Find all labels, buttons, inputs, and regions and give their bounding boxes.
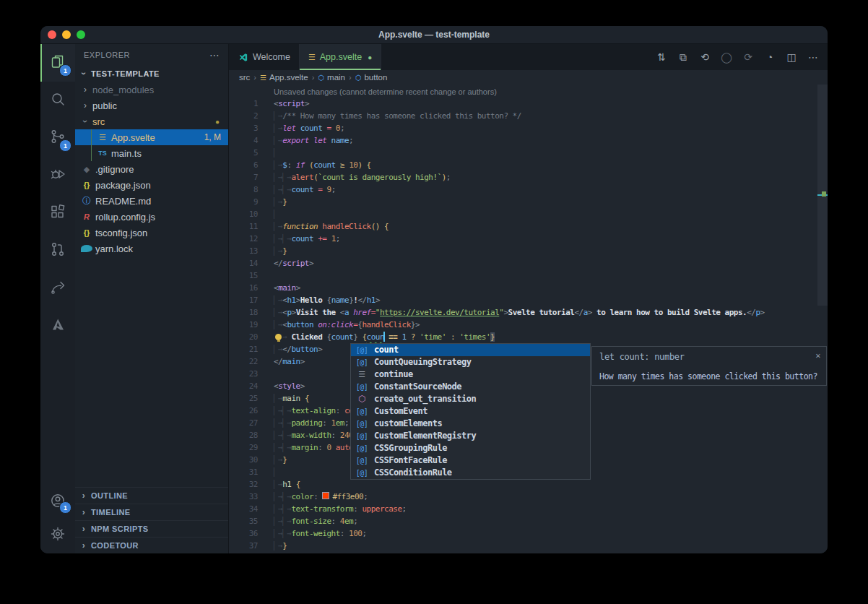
- code-line-36[interactable]: 36▏→▏→font-weight: 100;: [229, 527, 828, 540]
- gitlens-compare-icon[interactable]: ⇅: [653, 48, 670, 66]
- more-actions-icon[interactable]: ⋯: [209, 49, 220, 61]
- code-line-5[interactable]: 5▏: [229, 147, 828, 159]
- current-change-icon[interactable]: ◯: [718, 48, 735, 66]
- suggest-item-create_out_transition[interactable]: ⬡create_out_transition: [351, 393, 590, 405]
- code-line-33[interactable]: 33▏→▏→color: #ff3e00;: [229, 491, 828, 503]
- tab-dirty-indicator[interactable]: ●: [368, 53, 372, 61]
- tab-app-svelte[interactable]: ☰App.svelte●: [300, 44, 381, 70]
- file-item-tsconfig.json[interactable]: {}tsconfig.json: [75, 225, 228, 241]
- activity-item-azure[interactable]: [40, 307, 75, 345]
- code-line-6[interactable]: 6▏→$: if (count ≥ 10) {: [229, 159, 828, 171]
- file-item-src[interactable]: ›src●: [75, 113, 228, 129]
- chevron-right-icon: ›: [79, 524, 88, 534]
- code-line-14[interactable]: 14</script>: [229, 257, 828, 269]
- lightbulb-icon[interactable]: [275, 334, 282, 340]
- yarn-file-icon: [81, 245, 92, 252]
- suggest-item-CSSGroupingRule[interactable]: [@]CSSGroupingRule: [351, 442, 590, 454]
- code-line-11[interactable]: 11▏→function handleClick() {: [229, 220, 828, 233]
- section-outline[interactable]: ›OUTLINE: [75, 487, 228, 504]
- suggest-item-CustomEvent[interactable]: [@]CustomEvent: [351, 405, 590, 418]
- variable-symbol-icon: [@]: [354, 418, 370, 430]
- color-swatch: [322, 492, 329, 499]
- run-debug-icon: [49, 165, 66, 186]
- activity-item-live-share[interactable]: [40, 269, 75, 307]
- activity-item-explorer[interactable]: 1: [40, 44, 75, 82]
- file-item-rollup.config.js[interactable]: Rrollup.config.js: [75, 209, 228, 225]
- code-line-18[interactable]: 18▏→<p>Visit the <a href="https://svelte…: [229, 306, 828, 319]
- titlebar: App.svelte — test-template: [40, 26, 828, 44]
- breadcrumb-item-src[interactable]: src: [239, 73, 250, 82]
- file-history-icon[interactable]: ◔: [761, 48, 778, 66]
- code-line-9[interactable]: 9▏→}: [229, 196, 828, 208]
- tab-welcome[interactable]: Welcome: [229, 44, 300, 70]
- code-line-34[interactable]: 34▏→▏→text-transform: uppercase;: [229, 503, 828, 515]
- activity-item-source-control[interactable]: 1: [40, 119, 75, 157]
- code-line-17[interactable]: 17▏→<h1>Hello {name}!</h1>: [229, 294, 828, 306]
- file-item-public[interactable]: ›public: [75, 98, 228, 113]
- suggest-item-CSSConditionRule[interactable]: [@]CSSConditionRule: [351, 467, 590, 479]
- line-number: 9: [229, 196, 258, 208]
- code-line-13[interactable]: 13▏→}: [229, 245, 828, 257]
- tab-label: App.svelte: [320, 52, 362, 62]
- code-line-20[interactable]: 20 → Clicked {count} {coun ≡≡ 1 ? 'time'…: [229, 331, 828, 343]
- line-number: 26: [229, 405, 258, 417]
- breadcrumb-item-app-svelte[interactable]: ☰App.svelte: [260, 73, 308, 82]
- breadcrumb-item-button[interactable]: ⬡button: [355, 73, 388, 82]
- indent-guide: [91, 129, 92, 145]
- line-number: 24: [229, 380, 258, 392]
- activity-item-github-pr[interactable]: [40, 232, 75, 269]
- workspace-root[interactable]: › TEST-TEMPLATE: [75, 66, 228, 82]
- line-number: 23: [229, 368, 258, 380]
- suggest-signature: let count: number: [592, 347, 826, 363]
- activity-item-extensions[interactable]: [40, 194, 75, 232]
- open-changes-icon[interactable]: ⧉: [674, 48, 692, 66]
- activity-bar: 11 1: [40, 44, 75, 553]
- code-line-19[interactable]: 19▏→<button on:click={handleClick}>: [229, 319, 828, 331]
- code-line-16[interactable]: 16<main>: [229, 282, 828, 294]
- activity-item-settings[interactable]: [40, 519, 75, 552]
- suggest-item-CSSFontFaceRule[interactable]: [@]CSSFontFaceRule: [351, 454, 590, 467]
- code-line-35[interactable]: 35▏→▏→font-size: 4em;: [229, 515, 828, 527]
- code-line-10[interactable]: 10▏: [229, 208, 828, 220]
- section-codetour[interactable]: ›CODETOUR: [75, 537, 228, 553]
- suggest-item-CustomElementRegistry[interactable]: [@]CustomElementRegistry: [351, 430, 590, 442]
- close-icon[interactable]: ✕: [815, 350, 820, 362]
- code-line-8[interactable]: 8▏→▏→count = 9;: [229, 184, 828, 196]
- breadcrumb-item-main[interactable]: ⬡main: [318, 73, 345, 82]
- section-npm-scripts[interactable]: ›NPM SCRIPTS: [75, 520, 228, 537]
- code-line-3[interactable]: 3▏→let count = 0;: [229, 122, 828, 134]
- variable-symbol-icon: [@]: [354, 344, 370, 356]
- split-editor-icon[interactable]: ◫: [783, 48, 800, 66]
- file-item-README.md[interactable]: ⓘREADME.md: [75, 193, 228, 209]
- previous-change-icon[interactable]: ⟲: [696, 48, 713, 66]
- suggest-item-continue[interactable]: ☰continue: [351, 368, 590, 381]
- suggest-item-count[interactable]: [@]count: [351, 344, 590, 356]
- code-line-2[interactable]: 2▏→/** How many times has someone clicke…: [229, 110, 828, 122]
- code-line-4[interactable]: 4▏→export let name;: [229, 134, 828, 147]
- file-item-yarn.lock[interactable]: yarn.lock: [75, 241, 228, 256]
- file-item-main.ts[interactable]: TSmain.ts: [75, 145, 228, 161]
- activity-item-run-debug[interactable]: [40, 157, 75, 194]
- tab-bar: Welcome☰App.svelte● ⇅⧉⟲◯⟳◔◫⋯: [229, 44, 828, 70]
- code-line-1[interactable]: 1<script>: [229, 98, 828, 110]
- file-item-.gitignore[interactable]: ◆.gitignore: [75, 161, 228, 177]
- more-actions-icon[interactable]: ⋯: [804, 48, 822, 66]
- code-line-12[interactable]: 12▏→▏→count += 1;: [229, 233, 828, 245]
- code-line-32[interactable]: 32▏→h1 {: [229, 478, 828, 491]
- code-line-37[interactable]: 37▏→}: [229, 540, 828, 552]
- code-line-15[interactable]: 15: [229, 269, 828, 282]
- file-item-node_modules[interactable]: ›node_modules: [75, 82, 228, 98]
- code-editor[interactable]: Unsaved changes (cannot determine recent…: [229, 85, 828, 553]
- file-item-package.json[interactable]: {}package.json: [75, 177, 228, 193]
- next-change-icon[interactable]: ⟳: [739, 48, 757, 66]
- code-line-7[interactable]: 7▏→▏→alert(`count is dangerously high!`)…: [229, 171, 828, 184]
- activity-item-account[interactable]: 1: [40, 486, 75, 519]
- section-timeline[interactable]: ›TIMELINE: [75, 504, 228, 520]
- suggest-item-ConstantSourceNode[interactable]: [@]ConstantSourceNode: [351, 381, 590, 393]
- activity-item-search[interactable]: [40, 82, 75, 119]
- ts-file-icon: TS: [97, 150, 108, 157]
- file-item-App.svelte[interactable]: ☰App.svelte1, M: [75, 129, 228, 145]
- suggest-item-CountQueuingStrategy[interactable]: [@]CountQueuingStrategy: [351, 356, 590, 368]
- suggest-item-customElements[interactable]: [@]customElements: [351, 418, 590, 430]
- section-label: OUTLINE: [91, 491, 128, 500]
